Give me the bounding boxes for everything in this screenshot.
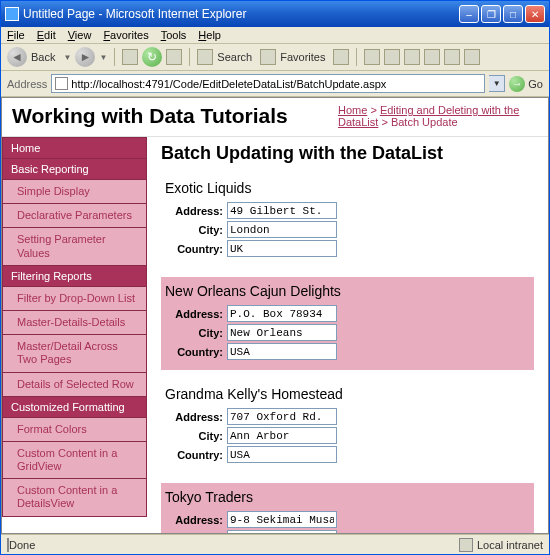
- search-icon[interactable]: [197, 49, 213, 65]
- refresh-button[interactable]: ↻: [142, 47, 162, 67]
- sidebar-item-filter-by-dropdown[interactable]: Filter by Drop-Down List: [2, 287, 147, 311]
- forward-dropdown-icon[interactable]: ▼: [99, 53, 107, 62]
- viewport: Working with Data Tutorials Home > Editi…: [1, 97, 549, 534]
- country-input[interactable]: [227, 446, 337, 463]
- supplier-name: New Orleans Cajun Delights: [165, 283, 530, 299]
- back-button[interactable]: ◄: [7, 47, 27, 67]
- form-row-city: City:: [165, 324, 530, 341]
- sidebar: Home Basic Reporting Simple Display Decl…: [2, 137, 147, 533]
- statusbar: Done Local intranet: [1, 534, 549, 554]
- sidebar-item-declarative-parameters[interactable]: Declarative Parameters: [2, 204, 147, 228]
- restore-button[interactable]: ❐: [481, 5, 501, 23]
- toolbar: ◄ Back ▼ ► ▼ ↻ Search Favorites: [1, 44, 549, 71]
- research-icon[interactable]: [444, 49, 460, 65]
- address-label: Address:: [165, 308, 227, 320]
- crumb-current: Batch Update: [391, 116, 458, 128]
- sidebar-section-customized-formatting[interactable]: Customized Formatting: [2, 397, 147, 418]
- city-input[interactable]: [227, 427, 337, 444]
- mail-icon[interactable]: [364, 49, 380, 65]
- address-url: http://localhost:4791/Code/EditDeleteDat…: [71, 78, 386, 90]
- banner: Working with Data Tutorials Home > Editi…: [2, 98, 548, 137]
- sidebar-item-custom-content-detailsview[interactable]: Custom Content in a DetailsView: [2, 479, 147, 516]
- supplier-name: Grandma Kelly's Homestead: [165, 386, 530, 402]
- go-button[interactable]: → Go: [509, 76, 543, 92]
- country-label: Country:: [165, 449, 227, 461]
- page-icon: [55, 77, 68, 90]
- city-label: City:: [165, 224, 227, 236]
- sidebar-item-simple-display[interactable]: Simple Display: [2, 180, 147, 204]
- form-row-address: Address:: [165, 305, 530, 322]
- app-icon: [5, 7, 19, 21]
- menu-favorites[interactable]: Favorites: [103, 29, 148, 41]
- minimize-button[interactable]: –: [459, 5, 479, 23]
- city-label: City:: [165, 430, 227, 442]
- form-row-country: Country:: [165, 343, 530, 360]
- sidebar-item-details-selected-row[interactable]: Details of Selected Row: [2, 373, 147, 397]
- layout: Home Basic Reporting Simple Display Decl…: [2, 137, 548, 533]
- country-input[interactable]: [227, 240, 337, 257]
- sidebar-item-format-colors[interactable]: Format Colors: [2, 418, 147, 442]
- address-input[interactable]: [227, 408, 337, 425]
- sidebar-item-custom-content-gridview[interactable]: Custom Content in a GridView: [2, 442, 147, 479]
- edit-icon[interactable]: [404, 49, 420, 65]
- form-row-city: City:: [165, 221, 530, 238]
- menu-edit[interactable]: Edit: [37, 29, 56, 41]
- address-label: Address:: [165, 514, 227, 526]
- sidebar-section-basic-reporting[interactable]: Basic Reporting: [2, 159, 147, 180]
- messenger-icon[interactable]: [464, 49, 480, 65]
- address-bar: Address http://localhost:4791/Code/EditD…: [1, 71, 549, 97]
- supplier-block: Exotic LiquidsAddress:City:Country:: [161, 174, 534, 267]
- stop-icon[interactable]: [122, 49, 138, 65]
- supplier-block: Tokyo TradersAddress:City:Country:: [161, 483, 534, 533]
- close-button[interactable]: ✕: [525, 5, 545, 23]
- address-input[interactable]: [227, 305, 337, 322]
- print-icon[interactable]: [384, 49, 400, 65]
- sidebar-section-filtering-reports[interactable]: Filtering Reports: [2, 266, 147, 287]
- sidebar-item-home[interactable]: Home: [2, 137, 147, 159]
- window-title: Untitled Page - Microsoft Internet Explo…: [23, 7, 459, 21]
- maximize-button[interactable]: □: [503, 5, 523, 23]
- city-label: City:: [165, 327, 227, 339]
- go-label: Go: [528, 78, 543, 90]
- discuss-icon[interactable]: [424, 49, 440, 65]
- city-input[interactable]: [227, 530, 337, 533]
- status-text: Done: [9, 539, 35, 551]
- search-label: Search: [217, 51, 252, 63]
- form-row-country: Country:: [165, 446, 530, 463]
- page-title: Working with Data Tutorials: [12, 104, 288, 128]
- titlebar: Untitled Page - Microsoft Internet Explo…: [1, 1, 549, 27]
- form-row-address: Address:: [165, 408, 530, 425]
- forward-button[interactable]: ►: [75, 47, 95, 67]
- sidebar-item-master-detail-two-pages[interactable]: Master/Detail Across Two Pages: [2, 335, 147, 372]
- menu-view[interactable]: View: [68, 29, 92, 41]
- home-icon[interactable]: [166, 49, 182, 65]
- city-label: City:: [165, 533, 227, 534]
- address-label: Address: [7, 78, 47, 90]
- address-label: Address:: [165, 411, 227, 423]
- city-input[interactable]: [227, 324, 337, 341]
- menu-tools[interactable]: Tools: [161, 29, 187, 41]
- page: Working with Data Tutorials Home > Editi…: [2, 98, 548, 533]
- back-label: Back: [31, 51, 55, 63]
- history-icon[interactable]: [333, 49, 349, 65]
- favorites-label: Favorites: [280, 51, 325, 63]
- form-row-address: Address:: [165, 202, 530, 219]
- address-input[interactable]: [227, 511, 337, 528]
- menu-file[interactable]: File: [7, 29, 25, 41]
- breadcrumb: Home > Editing and Deleting with the Dat…: [338, 104, 538, 128]
- supplier-list: Exotic LiquidsAddress:City:Country:New O…: [161, 174, 534, 533]
- address-input[interactable]: [227, 202, 337, 219]
- menubar: File Edit View Favorites Tools Help: [1, 27, 549, 44]
- favorites-icon[interactable]: [260, 49, 276, 65]
- supplier-name: Tokyo Traders: [165, 489, 530, 505]
- address-field[interactable]: http://localhost:4791/Code/EditDeleteDat…: [51, 74, 485, 93]
- city-input[interactable]: [227, 221, 337, 238]
- address-dropdown-icon[interactable]: ▼: [489, 75, 505, 92]
- menu-help[interactable]: Help: [198, 29, 221, 41]
- back-dropdown-icon[interactable]: ▼: [63, 53, 71, 62]
- crumb-home[interactable]: Home: [338, 104, 367, 116]
- sidebar-item-setting-parameter-values[interactable]: Setting Parameter Values: [2, 228, 147, 265]
- sidebar-item-master-details-details[interactable]: Master-Details-Details: [2, 311, 147, 335]
- form-row-city: City:: [165, 427, 530, 444]
- country-input[interactable]: [227, 343, 337, 360]
